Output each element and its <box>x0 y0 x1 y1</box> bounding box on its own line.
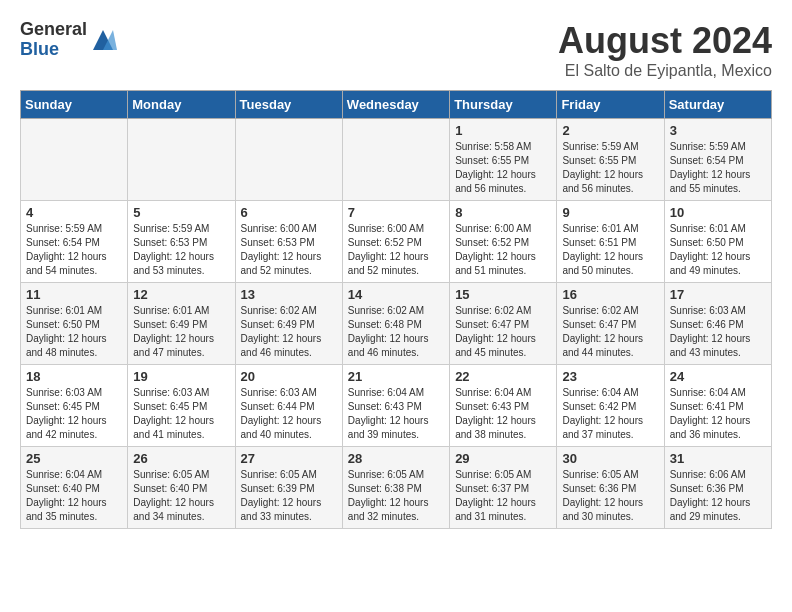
day-info: Sunrise: 6:04 AM Sunset: 6:43 PM Dayligh… <box>348 386 444 442</box>
calendar-cell <box>235 119 342 201</box>
calendar-cell: 29Sunrise: 6:05 AM Sunset: 6:37 PM Dayli… <box>450 447 557 529</box>
day-info: Sunrise: 6:00 AM Sunset: 6:52 PM Dayligh… <box>455 222 551 278</box>
day-info: Sunrise: 6:02 AM Sunset: 6:47 PM Dayligh… <box>455 304 551 360</box>
calendar-cell: 24Sunrise: 6:04 AM Sunset: 6:41 PM Dayli… <box>664 365 771 447</box>
day-number: 6 <box>241 205 337 220</box>
day-number: 7 <box>348 205 444 220</box>
week-row-2: 4Sunrise: 5:59 AM Sunset: 6:54 PM Daylig… <box>21 201 772 283</box>
day-number: 8 <box>455 205 551 220</box>
calendar-cell: 27Sunrise: 6:05 AM Sunset: 6:39 PM Dayli… <box>235 447 342 529</box>
calendar-cell: 26Sunrise: 6:05 AM Sunset: 6:40 PM Dayli… <box>128 447 235 529</box>
calendar-cell: 22Sunrise: 6:04 AM Sunset: 6:43 PM Dayli… <box>450 365 557 447</box>
day-number: 29 <box>455 451 551 466</box>
calendar-cell <box>128 119 235 201</box>
weekday-header-friday: Friday <box>557 91 664 119</box>
day-number: 4 <box>26 205 122 220</box>
day-number: 13 <box>241 287 337 302</box>
week-row-5: 25Sunrise: 6:04 AM Sunset: 6:40 PM Dayli… <box>21 447 772 529</box>
calendar-cell: 15Sunrise: 6:02 AM Sunset: 6:47 PM Dayli… <box>450 283 557 365</box>
month-title: August 2024 <box>558 20 772 62</box>
calendar-cell: 13Sunrise: 6:02 AM Sunset: 6:49 PM Dayli… <box>235 283 342 365</box>
calendar-cell: 8Sunrise: 6:00 AM Sunset: 6:52 PM Daylig… <box>450 201 557 283</box>
calendar-cell: 23Sunrise: 6:04 AM Sunset: 6:42 PM Dayli… <box>557 365 664 447</box>
calendar-cell: 17Sunrise: 6:03 AM Sunset: 6:46 PM Dayli… <box>664 283 771 365</box>
logo: General Blue <box>20 20 117 60</box>
day-number: 10 <box>670 205 766 220</box>
calendar-cell <box>21 119 128 201</box>
day-number: 19 <box>133 369 229 384</box>
day-info: Sunrise: 5:59 AM Sunset: 6:54 PM Dayligh… <box>26 222 122 278</box>
day-number: 23 <box>562 369 658 384</box>
day-number: 25 <box>26 451 122 466</box>
day-info: Sunrise: 6:04 AM Sunset: 6:40 PM Dayligh… <box>26 468 122 524</box>
day-info: Sunrise: 6:03 AM Sunset: 6:45 PM Dayligh… <box>133 386 229 442</box>
day-number: 31 <box>670 451 766 466</box>
weekday-header-thursday: Thursday <box>450 91 557 119</box>
day-number: 11 <box>26 287 122 302</box>
weekday-header-monday: Monday <box>128 91 235 119</box>
location-title: El Salto de Eyipantla, Mexico <box>558 62 772 80</box>
day-number: 27 <box>241 451 337 466</box>
day-info: Sunrise: 6:02 AM Sunset: 6:49 PM Dayligh… <box>241 304 337 360</box>
calendar-cell: 20Sunrise: 6:03 AM Sunset: 6:44 PM Dayli… <box>235 365 342 447</box>
day-info: Sunrise: 6:05 AM Sunset: 6:37 PM Dayligh… <box>455 468 551 524</box>
day-info: Sunrise: 6:03 AM Sunset: 6:45 PM Dayligh… <box>26 386 122 442</box>
day-info: Sunrise: 6:00 AM Sunset: 6:52 PM Dayligh… <box>348 222 444 278</box>
day-number: 22 <box>455 369 551 384</box>
calendar-cell: 2Sunrise: 5:59 AM Sunset: 6:55 PM Daylig… <box>557 119 664 201</box>
calendar-cell: 1Sunrise: 5:58 AM Sunset: 6:55 PM Daylig… <box>450 119 557 201</box>
day-number: 24 <box>670 369 766 384</box>
day-number: 5 <box>133 205 229 220</box>
day-number: 28 <box>348 451 444 466</box>
day-number: 3 <box>670 123 766 138</box>
calendar-cell <box>342 119 449 201</box>
day-info: Sunrise: 6:01 AM Sunset: 6:50 PM Dayligh… <box>670 222 766 278</box>
day-number: 18 <box>26 369 122 384</box>
calendar-cell: 9Sunrise: 6:01 AM Sunset: 6:51 PM Daylig… <box>557 201 664 283</box>
weekday-header-wednesday: Wednesday <box>342 91 449 119</box>
day-info: Sunrise: 5:59 AM Sunset: 6:53 PM Dayligh… <box>133 222 229 278</box>
day-info: Sunrise: 5:58 AM Sunset: 6:55 PM Dayligh… <box>455 140 551 196</box>
day-info: Sunrise: 6:04 AM Sunset: 6:41 PM Dayligh… <box>670 386 766 442</box>
day-info: Sunrise: 6:02 AM Sunset: 6:47 PM Dayligh… <box>562 304 658 360</box>
title-block: August 2024 El Salto de Eyipantla, Mexic… <box>558 20 772 80</box>
day-number: 26 <box>133 451 229 466</box>
weekday-header-row: SundayMondayTuesdayWednesdayThursdayFrid… <box>21 91 772 119</box>
day-number: 16 <box>562 287 658 302</box>
calendar-table: SundayMondayTuesdayWednesdayThursdayFrid… <box>20 90 772 529</box>
logo-icon <box>89 26 117 54</box>
day-info: Sunrise: 5:59 AM Sunset: 6:55 PM Dayligh… <box>562 140 658 196</box>
week-row-4: 18Sunrise: 6:03 AM Sunset: 6:45 PM Dayli… <box>21 365 772 447</box>
calendar-cell: 21Sunrise: 6:04 AM Sunset: 6:43 PM Dayli… <box>342 365 449 447</box>
calendar-cell: 12Sunrise: 6:01 AM Sunset: 6:49 PM Dayli… <box>128 283 235 365</box>
week-row-3: 11Sunrise: 6:01 AM Sunset: 6:50 PM Dayli… <box>21 283 772 365</box>
day-number: 2 <box>562 123 658 138</box>
day-info: Sunrise: 6:03 AM Sunset: 6:46 PM Dayligh… <box>670 304 766 360</box>
calendar-cell: 7Sunrise: 6:00 AM Sunset: 6:52 PM Daylig… <box>342 201 449 283</box>
weekday-header-saturday: Saturday <box>664 91 771 119</box>
day-number: 30 <box>562 451 658 466</box>
calendar-cell: 25Sunrise: 6:04 AM Sunset: 6:40 PM Dayli… <box>21 447 128 529</box>
calendar-cell: 10Sunrise: 6:01 AM Sunset: 6:50 PM Dayli… <box>664 201 771 283</box>
day-number: 15 <box>455 287 551 302</box>
calendar-cell: 19Sunrise: 6:03 AM Sunset: 6:45 PM Dayli… <box>128 365 235 447</box>
calendar-cell: 30Sunrise: 6:05 AM Sunset: 6:36 PM Dayli… <box>557 447 664 529</box>
day-number: 9 <box>562 205 658 220</box>
day-info: Sunrise: 6:01 AM Sunset: 6:50 PM Dayligh… <box>26 304 122 360</box>
logo-general-text: General <box>20 20 87 40</box>
day-number: 21 <box>348 369 444 384</box>
calendar-cell: 28Sunrise: 6:05 AM Sunset: 6:38 PM Dayli… <box>342 447 449 529</box>
calendar-cell: 11Sunrise: 6:01 AM Sunset: 6:50 PM Dayli… <box>21 283 128 365</box>
day-info: Sunrise: 6:01 AM Sunset: 6:49 PM Dayligh… <box>133 304 229 360</box>
day-number: 17 <box>670 287 766 302</box>
logo-blue-text: Blue <box>20 40 87 60</box>
day-info: Sunrise: 5:59 AM Sunset: 6:54 PM Dayligh… <box>670 140 766 196</box>
calendar-cell: 5Sunrise: 5:59 AM Sunset: 6:53 PM Daylig… <box>128 201 235 283</box>
day-info: Sunrise: 6:05 AM Sunset: 6:38 PM Dayligh… <box>348 468 444 524</box>
calendar-cell: 18Sunrise: 6:03 AM Sunset: 6:45 PM Dayli… <box>21 365 128 447</box>
day-info: Sunrise: 6:05 AM Sunset: 6:39 PM Dayligh… <box>241 468 337 524</box>
day-info: Sunrise: 6:04 AM Sunset: 6:43 PM Dayligh… <box>455 386 551 442</box>
day-info: Sunrise: 6:00 AM Sunset: 6:53 PM Dayligh… <box>241 222 337 278</box>
day-number: 1 <box>455 123 551 138</box>
calendar-cell: 14Sunrise: 6:02 AM Sunset: 6:48 PM Dayli… <box>342 283 449 365</box>
